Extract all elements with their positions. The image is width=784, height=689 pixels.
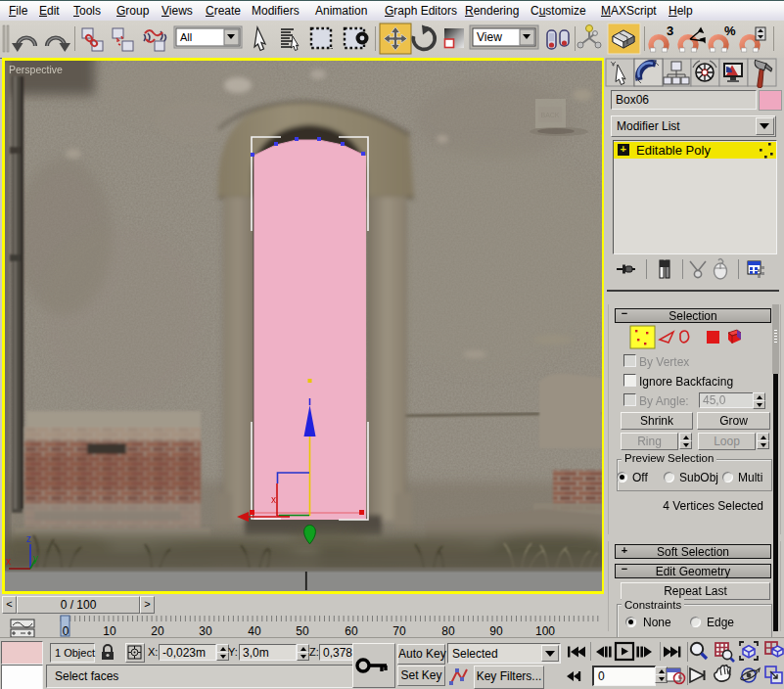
svg-text:0: 0: [63, 624, 69, 638]
svg-text:80: 80: [441, 624, 455, 638]
svg-text:Perspective: Perspective: [9, 64, 63, 75]
svg-text:All: All: [180, 31, 192, 43]
svg-text:10: 10: [103, 624, 116, 638]
svg-text:40: 40: [248, 624, 261, 638]
svg-text:x: x: [271, 494, 276, 505]
svg-text:%: %: [724, 23, 736, 38]
svg-text:20: 20: [151, 624, 164, 638]
svg-text:100: 100: [535, 624, 555, 638]
svg-text:30: 30: [199, 624, 212, 638]
svg-text:3: 3: [667, 23, 673, 38]
svg-text:View: View: [477, 30, 502, 44]
svg-text:90: 90: [489, 624, 503, 638]
svg-text:x: x: [6, 556, 11, 567]
svg-text:BACK: BACK: [540, 112, 559, 118]
svg-text:70: 70: [392, 624, 406, 638]
svg-text:z: z: [26, 533, 31, 544]
svg-text:50: 50: [296, 624, 309, 638]
svg-text:y: y: [33, 553, 38, 564]
svg-text:60: 60: [345, 624, 358, 638]
